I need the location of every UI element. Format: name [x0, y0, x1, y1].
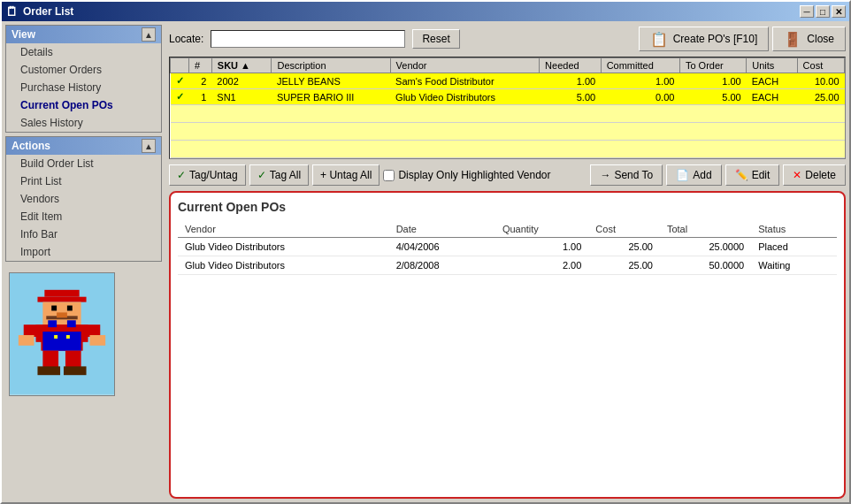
- window-body: View ▲ Details Customer Orders Purchase …: [2, 21, 849, 502]
- sidebar-item-vendors[interactable]: Vendors: [6, 190, 161, 208]
- mario-image: [9, 272, 115, 396]
- sidebar: View ▲ Details Customer Orders Purchase …: [2, 21, 165, 502]
- window-controls: ─ □ ✕: [800, 5, 846, 18]
- svg-rect-16: [19, 335, 34, 346]
- svg-rect-21: [37, 366, 60, 375]
- row-units: EACH: [747, 89, 797, 105]
- svg-rect-18: [89, 335, 105, 346]
- view-section: View ▲ Details Customer Orders Purchase …: [5, 25, 162, 133]
- edit-button[interactable]: ✏️ Edit: [725, 164, 780, 186]
- display-only-checkbox-label: Display Only Highlighted Vendor: [383, 169, 550, 181]
- sidebar-item-print-list[interactable]: Print List: [6, 172, 161, 190]
- close-button[interactable]: 🚪 Close: [772, 27, 846, 51]
- col-check: [171, 58, 189, 73]
- svg-rect-4: [51, 306, 57, 311]
- col-sku[interactable]: SKU ▲: [211, 58, 272, 73]
- add-button[interactable]: 📄 Add: [666, 164, 721, 186]
- sidebar-item-info-bar[interactable]: Info Bar: [6, 225, 161, 243]
- pos-row-date: 4/04/2006: [389, 238, 495, 256]
- svg-rect-17: [83, 325, 101, 337]
- reset-button[interactable]: Reset: [412, 29, 459, 49]
- col-needed[interactable]: Needed: [540, 58, 602, 73]
- view-collapse-button[interactable]: ▲: [142, 27, 156, 42]
- table-row-empty: [171, 141, 845, 158]
- add-icon: 📄: [676, 169, 689, 181]
- pos-col-cost: Cost: [588, 221, 660, 238]
- pos-table-row[interactable]: Glub Video Distributors 2/08/2008 2.00 2…: [178, 256, 837, 275]
- row-units: EACH: [747, 73, 797, 89]
- sidebar-item-build-order-list[interactable]: Build Order List: [6, 155, 161, 172]
- pos-col-quantity: Quantity: [495, 221, 588, 238]
- pos-table-row[interactable]: Glub Video Distributors 4/04/2006 1.00 2…: [178, 238, 837, 256]
- pos-row-total: 50.0000: [660, 256, 751, 275]
- table-row[interactable]: ✓ 2 2002 JELLY BEANS Sam's Food Distribu…: [171, 73, 845, 89]
- sidebar-item-sales-history[interactable]: Sales History: [6, 114, 161, 132]
- sidebar-item-current-open-pos[interactable]: Current Open POs: [6, 96, 161, 114]
- edit-icon: ✏️: [735, 169, 748, 181]
- col-committed[interactable]: Committed: [601, 58, 679, 73]
- actions-section-header: Actions ▲: [6, 137, 161, 155]
- col-units[interactable]: Units: [747, 58, 797, 73]
- view-section-header: View ▲: [6, 26, 161, 43]
- display-only-checkbox[interactable]: [383, 170, 395, 181]
- tag-untag-icon: ✓: [177, 169, 186, 181]
- row-check: ✓: [171, 73, 189, 89]
- row-committed: 0.00: [601, 89, 679, 105]
- svg-rect-2: [37, 297, 86, 302]
- pos-row-date: 2/08/2008: [389, 256, 495, 275]
- svg-rect-10: [48, 320, 57, 327]
- pos-row-cost: 25.00: [588, 238, 660, 256]
- row-sku: SN1: [211, 89, 272, 105]
- col-cost[interactable]: Cost: [797, 58, 844, 73]
- pos-table: Vendor Date Quantity Cost Total Status G…: [178, 221, 837, 275]
- sidebar-item-customer-orders[interactable]: Customer Orders: [6, 61, 161, 79]
- delete-icon: ✕: [793, 169, 801, 181]
- svg-rect-20: [65, 351, 81, 369]
- minimize-button[interactable]: ─: [800, 5, 814, 18]
- col-num[interactable]: #: [189, 58, 212, 73]
- locate-input[interactable]: [211, 30, 405, 48]
- order-table-area: # SKU ▲ Description Vendor Needed Commit…: [169, 57, 846, 159]
- table-row-empty: [171, 123, 845, 141]
- window-close-button[interactable]: ✕: [832, 5, 846, 18]
- pos-col-total: Total: [660, 221, 751, 238]
- svg-rect-7: [57, 312, 67, 317]
- top-right-buttons: 📋 Create PO's [F10] 🚪 Close: [639, 27, 846, 51]
- actions-section: Actions ▲ Build Order List Print List Ve…: [5, 136, 162, 262]
- pos-col-vendor: Vendor: [178, 221, 389, 238]
- row-to-order: 1.00: [679, 73, 746, 89]
- create-po-button[interactable]: 📋 Create PO's [F10]: [639, 27, 770, 51]
- send-to-button[interactable]: → Send To: [590, 164, 663, 186]
- view-section-label: View: [12, 28, 35, 41]
- sidebar-item-purchase-history[interactable]: Purchase History: [6, 79, 161, 96]
- row-cost: 10.00: [797, 73, 844, 89]
- row-cost: 25.00: [797, 89, 844, 105]
- row-vendor: Sam's Food Distributor: [390, 73, 540, 89]
- bottom-toolbar: ✓ Tag/Untag ✓ Tag All + Untag All Displa…: [169, 163, 846, 187]
- actions-section-label: Actions: [12, 140, 50, 152]
- row-vendor: Glub Video Distributors: [390, 89, 540, 105]
- main-window: 🗒 Order List ─ □ ✕ View ▲ Details Custom…: [0, 0, 851, 504]
- close-icon: 🚪: [784, 31, 801, 48]
- table-row[interactable]: ✓ 1 SN1 SUPER BARIO III Glub Video Distr…: [171, 89, 845, 105]
- untag-all-button[interactable]: + Untag All: [312, 164, 380, 186]
- svg-rect-14: [66, 335, 70, 339]
- col-vendor[interactable]: Vendor: [390, 58, 540, 73]
- actions-collapse-button[interactable]: ▲: [142, 139, 156, 153]
- main-content: Locate: Reset 📋 Create PO's [F10] 🚪 Clos…: [165, 21, 849, 502]
- tag-untag-button[interactable]: ✓ Tag/Untag: [169, 164, 246, 186]
- right-action-buttons: → Send To 📄 Add ✏️ Edit ✕ Delete: [590, 164, 846, 186]
- pos-row-quantity: 2.00: [495, 256, 588, 275]
- col-description[interactable]: Description: [272, 58, 390, 73]
- pos-table-header: Vendor Date Quantity Cost Total Status: [178, 221, 837, 238]
- maximize-button[interactable]: □: [816, 5, 830, 18]
- sidebar-item-edit-item[interactable]: Edit Item: [6, 208, 161, 225]
- delete-button[interactable]: ✕ Delete: [783, 164, 846, 186]
- pos-col-status: Status: [751, 221, 837, 238]
- tag-all-button[interactable]: ✓ Tag All: [249, 164, 309, 186]
- pos-row-status: Placed: [751, 238, 837, 256]
- sidebar-item-details[interactable]: Details: [6, 43, 161, 61]
- pos-row-vendor: Glub Video Distributors: [178, 256, 389, 275]
- col-to-order[interactable]: To Order: [679, 58, 746, 73]
- sidebar-item-import[interactable]: Import: [6, 243, 161, 261]
